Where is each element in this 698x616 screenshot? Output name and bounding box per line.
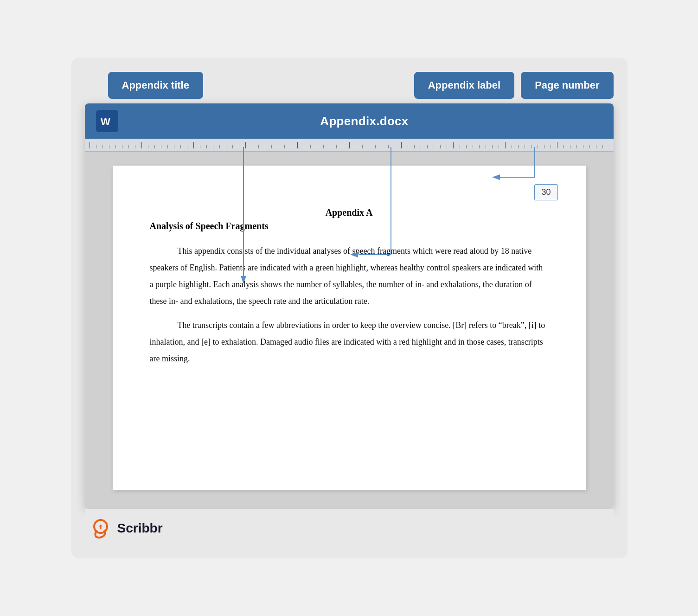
- ruler-tick: [589, 145, 596, 148]
- ruler-tick: [460, 145, 466, 148]
- appendix-label-text: Appendix A: [150, 207, 549, 218]
- document-area: 30 Appendix A Analysis of Speech Fragmen…: [85, 152, 614, 509]
- ruler-tick: [161, 145, 167, 148]
- ruler-tick: [466, 145, 473, 148]
- ruler-tick: [408, 145, 414, 148]
- ruler-tick: [453, 142, 460, 148]
- ruler-tick: [317, 145, 323, 148]
- ruler-tick: [544, 145, 551, 148]
- ruler-tick: [174, 145, 180, 148]
- ruler-tick: [278, 145, 284, 148]
- page-number-box: 30: [534, 184, 557, 200]
- ruler-tick: [128, 145, 135, 148]
- ruler-tick: [583, 145, 589, 148]
- ruler-tick: [414, 145, 421, 148]
- scribbr-logo-icon: [90, 517, 112, 539]
- ruler-tick: [531, 145, 538, 148]
- ruler-tick: [239, 145, 245, 148]
- ruler-tick: [499, 145, 505, 148]
- doc-page: 30 Appendix A Analysis of Speech Fragmen…: [113, 166, 586, 490]
- ruler-tick: [362, 145, 369, 148]
- ruler-tick: [284, 145, 291, 148]
- ruler-tick: [479, 145, 486, 148]
- ruler-marks: // Will generate ticks via JS below: [90, 142, 609, 148]
- ruler-tick: [473, 145, 479, 148]
- ruler-tick: [200, 145, 206, 148]
- ruler-tick: [382, 145, 388, 148]
- ruler-tick: [525, 145, 531, 148]
- ruler-tick: [304, 145, 310, 148]
- ruler-tick: [232, 145, 239, 148]
- ruler-tick: [596, 145, 602, 148]
- ruler-tick: [148, 145, 154, 148]
- ruler-tick: [122, 145, 128, 148]
- ruler-tick: [135, 145, 141, 148]
- ruler-tick: [421, 145, 427, 148]
- outer-container: Appendix title Appendix label Page numbe…: [71, 58, 628, 558]
- ruler-tick: [576, 145, 583, 148]
- ruler-tick: [505, 142, 512, 148]
- ruler-tick: [226, 145, 232, 148]
- ruler-tick: [252, 145, 258, 148]
- ruler-tick: [167, 145, 174, 148]
- ruler-tick: [518, 145, 525, 148]
- ruler-tick: [570, 145, 576, 148]
- ruler-tick: [193, 142, 200, 148]
- ruler: // Will generate ticks via JS below: [85, 139, 614, 152]
- ruler-tick: [369, 145, 375, 148]
- ruler-tick: [427, 145, 434, 148]
- tooltip-page-number: Page number: [521, 72, 613, 99]
- ruler-tick: [90, 142, 96, 148]
- tooltip-appendix-title: Appendix title: [108, 72, 203, 99]
- ruler-tick: [401, 142, 408, 148]
- ruler-tick: [206, 145, 213, 148]
- scribbr-footer: Scribbr: [85, 509, 614, 544]
- ruler-tick: [310, 145, 317, 148]
- word-titlebar: W ≡ Appendix.docx: [85, 103, 614, 139]
- ruler-tick: [557, 142, 564, 148]
- ruler-tick: [102, 145, 109, 148]
- ruler-tick: [538, 145, 544, 148]
- paragraph-2: The transcripts contain a few abbreviati…: [150, 317, 549, 367]
- ruler-tick: [336, 145, 343, 148]
- ruler-tick: [440, 145, 447, 148]
- ruler-tick: [291, 145, 297, 148]
- ruler-tick: [115, 145, 122, 148]
- word-icon: W ≡: [96, 110, 118, 132]
- ruler-tick: [356, 145, 362, 148]
- document-body: This appendix consists of the individual…: [150, 243, 549, 367]
- tooltip-appendix-label: Appendix label: [414, 72, 514, 99]
- ruler-tick: [109, 145, 115, 148]
- ruler-tick: [375, 145, 382, 148]
- ruler-tick: [265, 145, 271, 148]
- ruler-tick: [141, 142, 148, 148]
- ruler-tick: [343, 145, 349, 148]
- ruler-tick: [486, 145, 492, 148]
- ruler-tick: [154, 145, 161, 148]
- ruler-tick: [297, 142, 304, 148]
- ruler-tick: [447, 145, 453, 148]
- svg-text:≡: ≡: [109, 123, 112, 128]
- ruler-tick: [271, 145, 278, 148]
- ruler-tick: [96, 145, 102, 148]
- ruler-tick: [564, 145, 570, 148]
- ruler-tick: [492, 145, 499, 148]
- ruler-tick: [213, 145, 219, 148]
- word-window: W ≡ Appendix.docx // Will generate ticks…: [85, 103, 614, 509]
- word-document-title: Appendix.docx: [127, 114, 602, 128]
- ruler-tick: [330, 145, 336, 148]
- ruler-tick: [551, 145, 557, 148]
- appendix-title-text: Analysis of Speech Fragments: [150, 221, 549, 231]
- ruler-tick: [388, 145, 395, 148]
- ruler-tick: [323, 145, 330, 148]
- tooltips-row: Appendix title Appendix label Page numbe…: [85, 72, 614, 99]
- ruler-tick: [258, 145, 265, 148]
- ruler-tick: [219, 145, 226, 148]
- ruler-tick: [180, 145, 187, 148]
- ruler-tick: [602, 145, 609, 148]
- ruler-tick: [349, 142, 356, 148]
- ruler-tick: [512, 145, 518, 148]
- ruler-tick: [434, 145, 440, 148]
- scribbr-brand-text: Scribbr: [117, 521, 163, 536]
- ruler-tick: [245, 142, 252, 148]
